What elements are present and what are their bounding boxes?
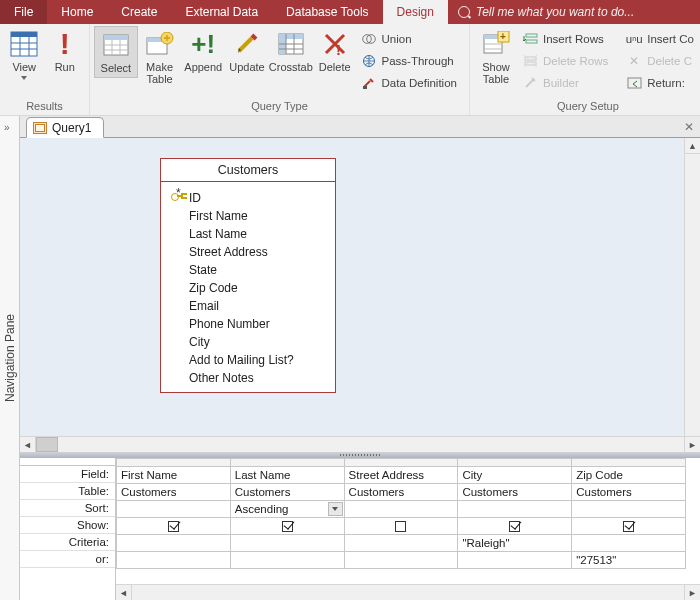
horizontal-scrollbar-grid[interactable]: ◄ ► xyxy=(116,584,700,600)
table-field-item[interactable]: Zip Code xyxy=(161,279,335,297)
cell-or[interactable] xyxy=(344,552,458,569)
column-selector[interactable] xyxy=(344,459,458,467)
checkbox[interactable] xyxy=(623,521,634,532)
table-field-item[interactable]: Add to Mailing List? xyxy=(161,351,335,369)
cell-or[interactable] xyxy=(458,552,572,569)
close-icon[interactable]: ✕ xyxy=(684,120,694,134)
cell-field[interactable]: Street Address xyxy=(344,467,458,484)
column-selector[interactable] xyxy=(458,459,572,467)
select-query-button[interactable]: Select xyxy=(94,26,138,78)
table-field-item[interactable]: State xyxy=(161,261,335,279)
column-selector[interactable] xyxy=(230,459,344,467)
table-field-item[interactable]: Other Notes xyxy=(161,369,335,387)
cell-sort[interactable]: Ascending xyxy=(230,501,344,518)
maketable-button[interactable]: Make Table xyxy=(138,26,182,88)
cell-or[interactable] xyxy=(230,552,344,569)
union-button[interactable]: Union xyxy=(359,28,459,49)
checkbox[interactable] xyxy=(395,521,406,532)
passthrough-button[interactable]: Pass-Through xyxy=(359,50,459,71)
table-diagram-pane[interactable]: Customers IDFirst NameLast NameStreet Ad… xyxy=(20,138,700,452)
insert-rows-button[interactable]: Insert Rows xyxy=(520,28,610,49)
delete-query-button[interactable]: ! Delete xyxy=(313,26,357,76)
table-field-item[interactable]: ID xyxy=(161,189,335,207)
cell-table[interactable]: Customers xyxy=(572,484,686,501)
cell-show[interactable] xyxy=(572,518,686,535)
cell-criteria[interactable] xyxy=(230,535,344,552)
maketable-icon xyxy=(145,29,175,59)
cell-table[interactable]: Customers xyxy=(117,484,231,501)
cell-show[interactable] xyxy=(458,518,572,535)
table-field-item[interactable]: Street Address xyxy=(161,243,335,261)
scroll-left-icon[interactable]: ◄ xyxy=(116,585,132,600)
cell-field[interactable]: First Name xyxy=(117,467,231,484)
table-field-item[interactable]: First Name xyxy=(161,207,335,225)
scroll-up-icon[interactable]: ▲ xyxy=(685,138,700,154)
tellme-box[interactable]: Tell me what you want to do... xyxy=(448,0,700,24)
cell-field[interactable]: Last Name xyxy=(230,467,344,484)
dropdown-icon[interactable] xyxy=(328,502,343,516)
table-field-item[interactable]: City xyxy=(161,333,335,351)
scroll-thumb[interactable] xyxy=(36,437,58,452)
cell-field[interactable]: City xyxy=(458,467,572,484)
cell-or[interactable] xyxy=(117,552,231,569)
cell-criteria[interactable]: "Raleigh" xyxy=(458,535,572,552)
cell-sort[interactable] xyxy=(572,501,686,518)
cell-field[interactable]: Zip Code xyxy=(572,467,686,484)
cell-table[interactable]: Customers xyxy=(344,484,458,501)
cell-table[interactable]: Customers xyxy=(230,484,344,501)
svg-text:!: ! xyxy=(336,41,341,57)
builder-button[interactable]: Builder xyxy=(520,72,610,93)
rowlabel-table: Table: xyxy=(20,483,115,500)
horizontal-scrollbar-upper[interactable]: ◄ ► xyxy=(20,436,700,452)
view-label: View xyxy=(12,61,36,73)
tab-database-tools[interactable]: Database Tools xyxy=(272,0,383,24)
tab-design[interactable]: Design xyxy=(383,0,448,24)
cell-criteria[interactable] xyxy=(344,535,458,552)
cell-or[interactable]: "27513" xyxy=(572,552,686,569)
tab-home[interactable]: Home xyxy=(47,0,107,24)
tab-create[interactable]: Create xyxy=(107,0,171,24)
cell-criteria[interactable] xyxy=(572,535,686,552)
delete-rows-button[interactable]: Delete Rows xyxy=(520,50,610,71)
column-selector[interactable] xyxy=(117,459,231,467)
table-box-title: Customers xyxy=(161,159,335,182)
tab-external-data[interactable]: External Data xyxy=(171,0,272,24)
datadef-button[interactable]: Data Definition xyxy=(359,72,459,93)
cell-table[interactable]: Customers xyxy=(458,484,572,501)
scroll-left-icon[interactable]: ◄ xyxy=(20,437,36,452)
run-button[interactable]: ! Run xyxy=(45,26,86,76)
column-selector[interactable] xyxy=(572,459,686,467)
table-box-customers[interactable]: Customers IDFirst NameLast NameStreet Ad… xyxy=(160,158,336,393)
navigation-pane-shutter[interactable]: » Navigation Pane xyxy=(0,116,20,600)
document-tab-query1[interactable]: Query1 xyxy=(26,117,104,138)
table-field-item[interactable]: Phone Number xyxy=(161,315,335,333)
view-button[interactable]: View xyxy=(4,26,45,83)
update-button[interactable]: Update xyxy=(225,26,269,76)
table-field-item[interactable]: Last Name xyxy=(161,225,335,243)
checkbox[interactable] xyxy=(282,521,293,532)
append-button[interactable]: +! Append xyxy=(181,26,225,76)
scroll-right-icon[interactable]: ► xyxy=(684,437,700,452)
table-field-item[interactable]: Email xyxy=(161,297,335,315)
cell-sort[interactable] xyxy=(458,501,572,518)
cell-show[interactable] xyxy=(117,518,231,535)
cell-sort[interactable] xyxy=(117,501,231,518)
checkbox[interactable] xyxy=(509,521,520,532)
showtable-button[interactable]: + Show Table xyxy=(474,26,518,88)
cell-criteria[interactable] xyxy=(117,535,231,552)
tab-file[interactable]: File xyxy=(0,0,47,24)
delete-cols-button[interactable]: ✕Delete C xyxy=(624,50,696,71)
vertical-scrollbar[interactable]: ▲ ▼ xyxy=(684,138,700,452)
cell-show[interactable] xyxy=(230,518,344,535)
insert-cols-button[interactable]: unuInsert Co xyxy=(624,28,696,49)
scroll-right-icon[interactable]: ► xyxy=(684,585,700,600)
return-icon xyxy=(626,75,642,91)
workspace: » Navigation Pane Query1 ✕ Customers IDF… xyxy=(0,116,700,600)
svg-rect-33 xyxy=(526,34,537,37)
cell-sort[interactable] xyxy=(344,501,458,518)
checkbox[interactable] xyxy=(168,521,179,532)
crosstab-button[interactable]: Crosstab xyxy=(269,26,313,76)
return-button[interactable]: Return: xyxy=(624,72,696,93)
svg-rect-7 xyxy=(104,35,128,40)
cell-show[interactable] xyxy=(344,518,458,535)
